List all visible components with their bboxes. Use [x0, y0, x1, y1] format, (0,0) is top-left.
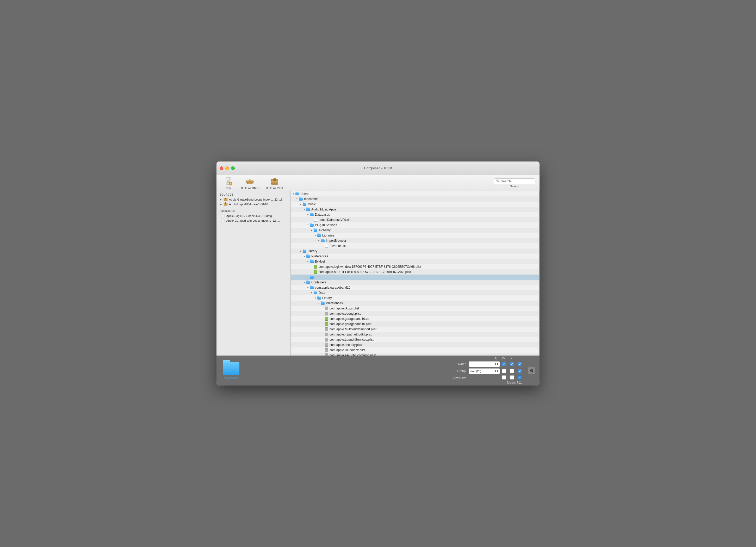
tree-row[interactable]: ▼ImportBrowser [291, 238, 539, 243]
build-dmg-icon [245, 177, 255, 186]
tree-row[interactable]: ▼Music [291, 202, 539, 207]
tree-row[interactable]: ▼Databases [291, 212, 539, 217]
search-input[interactable] [501, 179, 533, 183]
tree-row[interactable]: ▼macadmin [291, 196, 539, 202]
svg-rect-15 [274, 178, 276, 181]
tree-icon [309, 259, 314, 264]
search-icon: 🔍 [496, 179, 500, 183]
tree-item-label: Audio Music Apps [311, 208, 336, 211]
tree-row[interactable]: ▼Users [291, 191, 539, 196]
gear-button[interactable]: ⚙ [528, 367, 535, 374]
everyone-r-checkbox[interactable] [502, 375, 506, 380]
tree-row[interactable]: ▼Containers [291, 280, 539, 285]
x-header: X [509, 357, 513, 360]
tree-icon [313, 270, 318, 274]
tree-row[interactable]: ▼Data [291, 290, 539, 295]
tree-row[interactable]: com.apple.garageband10.plist [291, 321, 539, 327]
search-button[interactable]: Search [510, 185, 519, 188]
tree-icon [320, 301, 325, 305]
owner-dropdown[interactable]: ⬆⬇ [469, 361, 500, 367]
owner-w-checkbox[interactable] [510, 362, 514, 366]
group-w-checkbox[interactable] [510, 369, 514, 373]
tree-icon [313, 265, 318, 269]
folder-icon-large [223, 362, 239, 375]
tree-row[interactable]: ▼ByHost [291, 259, 539, 264]
r-header: R [494, 357, 498, 360]
tree-row[interactable]: ▼Library [291, 295, 539, 301]
group-x-checkbox[interactable] [518, 369, 522, 373]
tree-item-label: com.apple.MIDI.1EF061F6-4997-57BF-8178-C… [319, 270, 411, 274]
tree-icon [313, 228, 318, 232]
tree-icon [309, 285, 314, 290]
tree-item-label: Data [319, 291, 325, 295]
tree-row[interactable]: com.apple.LaunchServices.plist [291, 337, 539, 342]
svg-rect-21 [225, 202, 226, 204]
new-button[interactable]: + New [221, 176, 236, 191]
maximize-button[interactable] [231, 166, 235, 170]
tree-item-label: Plug-In Settings [315, 223, 337, 227]
tree-triangle: ▼ [310, 229, 313, 232]
tree-row[interactable]: com.apple.garageband10.cs [291, 316, 539, 321]
tree-triangle: ▼ [317, 302, 320, 305]
traffic-lights [220, 166, 235, 170]
tree-row[interactable]: com.apple.security.plist [291, 342, 539, 347]
tree-row[interactable]: ▼ [291, 275, 539, 280]
tree-triangle [321, 338, 324, 341]
tree-triangle [321, 244, 324, 247]
close-button[interactable] [220, 166, 223, 170]
sidebar-item-label: Apple-GarageBand-Loops-Index-1_22_18 [229, 198, 282, 201]
tree-row[interactable]: com.apple.loginwindow.1EF061F6-4997-57BF… [291, 264, 539, 269]
tree-item-label: Music [308, 202, 316, 206]
tree-triangle: ▼ [314, 296, 317, 300]
build-dmg-button[interactable]: Build as DMG [238, 176, 261, 191]
sidebar-item-garageband[interactable]: Apple-GarageBand-Loops-Index-1_22_18 [216, 197, 290, 202]
tree-icon [317, 233, 321, 238]
tree-row[interactable]: ▼Libraries [291, 233, 539, 238]
pkg-file-icon-2 [221, 219, 225, 222]
tree-row[interactable]: ▼Preferences [291, 301, 539, 306]
tree-row[interactable]: com.apple.iApps.plist [291, 306, 539, 311]
tree-row[interactable]: ▼Audio Music Apps [291, 207, 539, 212]
tree-icon [299, 197, 303, 201]
tree-row[interactable]: ▼com.apple.garageband10 [291, 285, 539, 290]
svg-rect-18 [225, 198, 226, 199]
group-dropdown[interactable]: staff (20) ⬆⬇ [469, 368, 500, 374]
tree-icon [324, 306, 329, 310]
tree-row[interactable]: ▼Preferences [291, 254, 539, 259]
tree-row[interactable]: ▼Alchemy [291, 228, 539, 233]
tree-triangle: ▼ [306, 213, 309, 216]
group-r-checkbox[interactable] [502, 369, 506, 373]
sidebar-pkg-2[interactable]: Apple-GarageB and-Loops-Index-1_22_... [216, 218, 290, 223]
tree-icon [324, 348, 329, 352]
tree-row[interactable]: com.apple.HIToolbox.plist [291, 347, 539, 353]
minimize-button[interactable] [225, 166, 229, 170]
gear-icon: ⚙ [530, 368, 534, 373]
tree-row[interactable]: com.apple.opengl.plist [291, 311, 539, 316]
tree-row[interactable]: com.apple.MultitouchSupport.plist [291, 327, 539, 332]
everyone-x-checkbox[interactable] [518, 375, 522, 380]
tree-row[interactable]: com.apple.security_common.plist [291, 353, 539, 356]
tree-item-label: com.apple.security.plist [330, 343, 362, 347]
tree-row[interactable]: LoopsDatabaseV09.db [291, 217, 539, 222]
tree-item-label: com.apple.garageband10.cs [330, 317, 369, 321]
tree-triangle [321, 312, 324, 315]
tree-row[interactable]: com.apple.inputmethodkit.plist [291, 332, 539, 337]
tree-item-label: com.apple.opengl.plist [330, 312, 361, 315]
tree-row[interactable]: ▼Library [291, 248, 539, 254]
tree-row[interactable]: Favorites.txt [291, 243, 539, 248]
owner-r-checkbox[interactable] [502, 362, 506, 366]
tree-triangle [321, 354, 324, 356]
sidebar-item-logic[interactable]: Apple-Logic-GB-Index-1-30-18 [216, 202, 290, 207]
tree-item-label: com.apple.security_common.plist [330, 353, 376, 356]
tree-row[interactable]: com.apple.MIDI.1EF061F6-4997-57BF-8178-C… [291, 269, 539, 275]
build-pkg-icon [270, 177, 279, 186]
sidebar-pkg-1[interactable]: Apple-Logic-GB-Index-1-30-18.dmg [216, 214, 290, 218]
everyone-w-checkbox[interactable] [510, 375, 514, 380]
tree-icon [309, 213, 314, 217]
tree-icon [317, 296, 321, 300]
search-box[interactable]: 🔍 [494, 178, 535, 184]
build-pkg-button[interactable]: Build as PKG [263, 176, 286, 191]
owner-x-checkbox[interactable] [518, 362, 522, 366]
tree-row[interactable]: ▼Plug-In Settings [291, 222, 539, 228]
svg-point-11 [249, 181, 251, 182]
